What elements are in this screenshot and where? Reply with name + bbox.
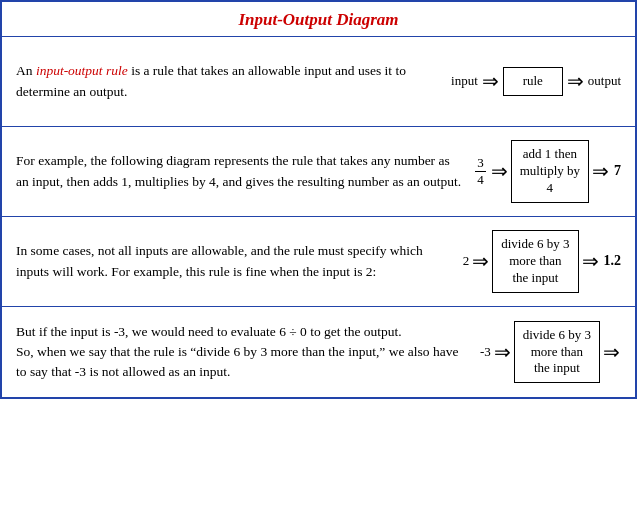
arrow-1: ⇒ bbox=[482, 69, 499, 93]
row-2-text: For example, the following diagram repre… bbox=[16, 151, 463, 192]
row-1: An input-output rule is a rule that take… bbox=[2, 37, 635, 127]
divide-box-2: divide 6 by 3more thanthe input bbox=[514, 321, 600, 384]
row-3-text: In some cases, not all inputs are allowa… bbox=[16, 241, 453, 282]
arrow-6: ⇒ bbox=[582, 249, 599, 273]
arrow-5: ⇒ bbox=[472, 249, 489, 273]
arrow-8: ⇒ bbox=[603, 340, 620, 364]
add-multiply-box: add 1 thenmultiply by4 bbox=[511, 140, 589, 203]
fraction-denominator: 4 bbox=[475, 172, 486, 188]
output-label: output bbox=[588, 73, 621, 89]
rule-box: rule bbox=[503, 67, 563, 96]
input-value-neg3: -3 bbox=[480, 344, 491, 360]
arrow-3: ⇒ bbox=[491, 159, 508, 183]
main-container: Input-Output Diagram An input-output rul… bbox=[0, 0, 637, 399]
row-4: But if the input is -3, we would need to… bbox=[2, 307, 635, 397]
divide-box-1: divide 6 by 3more thanthe input bbox=[492, 230, 578, 293]
row-4-text: But if the input is -3, we would need to… bbox=[16, 322, 470, 383]
row-3-diagram: 2 ⇒ divide 6 by 3more thanthe input ⇒ 1.… bbox=[463, 230, 621, 293]
row-3: In some cases, not all inputs are allowa… bbox=[2, 217, 635, 307]
row-2: For example, the following diagram repre… bbox=[2, 127, 635, 217]
fraction-numerator: 3 bbox=[475, 155, 486, 172]
output-value-1-2: 1.2 bbox=[604, 253, 622, 269]
arrow-7: ⇒ bbox=[494, 340, 511, 364]
output-value-7: 7 bbox=[614, 163, 621, 179]
arrow-2: ⇒ bbox=[567, 69, 584, 93]
italic-term: input-output rule bbox=[36, 63, 128, 78]
arrow-4: ⇒ bbox=[592, 159, 609, 183]
input-label: input bbox=[451, 73, 478, 89]
row-1-diagram: input ⇒ rule ⇒ output bbox=[451, 67, 621, 96]
row-1-text: An input-output rule is a rule that take… bbox=[16, 61, 431, 102]
row-4-diagram: -3 ⇒ divide 6 by 3more thanthe input ⇒ bbox=[480, 321, 621, 384]
page-title: Input-Output Diagram bbox=[2, 2, 635, 37]
fraction-input: 3 4 bbox=[475, 155, 486, 187]
input-value-2: 2 bbox=[463, 253, 470, 269]
row-2-diagram: 3 4 ⇒ add 1 thenmultiply by4 ⇒ 7 bbox=[473, 140, 621, 203]
